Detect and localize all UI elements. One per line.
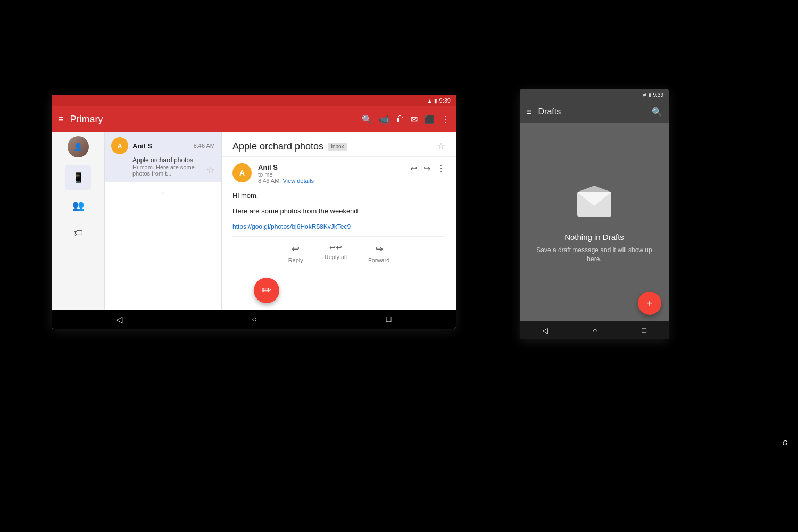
email-star-icon[interactable]: ☆ [206, 164, 215, 176]
email-view-header: Apple orchard photos Inbox ☆ [222, 132, 456, 157]
sidebar-item-labels[interactable]: 🏷 [65, 220, 91, 246]
message-sender-name: Anil S [258, 163, 410, 171]
compose-icon: ✏ [262, 284, 271, 297]
reply-button[interactable]: ↩ Reply [288, 243, 303, 263]
drafts-status-bar: ⇄ ▮ 9:39 [520, 89, 669, 100]
call-icon[interactable]: 📹 [379, 114, 389, 124]
loading-dot: • [105, 182, 221, 204]
reply-all-btn-label: Reply all [325, 254, 347, 260]
email-title-row: Apple orchard photos Inbox [232, 141, 347, 152]
email-list-item[interactable]: A Anil S 8:46 AM Apple orchard photos Hi… [105, 132, 221, 182]
app-bar-primary: ≡ Primary 🔍 📹 🗑 ✉ ⬛ ⋮ [52, 106, 456, 132]
email-message: A Anil S to me 8:46 AM View details ↩ [222, 157, 456, 276]
sidebar: 👤 📱 👥 🏷 [52, 132, 105, 310]
status-time: 9:39 [439, 97, 451, 104]
nav-bar-1: ◁ ○ □ [52, 310, 456, 329]
avatar: 👤 [68, 136, 89, 157]
message-to-label: to me [258, 171, 273, 178]
drafts-title: Drafts [538, 107, 645, 117]
avatar-image: 👤 [68, 136, 89, 157]
message-time-row: 8:46 AM View details [258, 178, 410, 184]
email-star[interactable]: ☆ [437, 140, 445, 152]
drafts-compose-icon: + [646, 297, 653, 310]
email-item-header: A Anil S 8:46 AM [111, 137, 215, 154]
back-button[interactable]: ◁ [116, 314, 122, 325]
more-icon[interactable]: ⋮ [441, 114, 450, 124]
mail-icon[interactable]: ✉ [411, 114, 418, 124]
message-to: to me [258, 171, 410, 178]
reply-all-btn-icon: ↩↩ [329, 243, 342, 252]
menu-icon[interactable]: ≡ [58, 114, 64, 125]
contacts-icon: 👥 [72, 200, 84, 211]
message-body-text: Here are some photos from the weekend: [232, 206, 445, 217]
drafts-empty-subtitle: Save a draft message and it will show up… [520, 246, 669, 264]
message-link[interactable]: https://goo.gl/photos/bj6HokR58KvJkTec9 [232, 223, 351, 230]
status-bar-1: ▲ ▮ 9:39 [52, 95, 456, 106]
message-sender-avatar: A [232, 163, 252, 182]
email-preview-text: Hi mom. Here are some photos from t... [132, 164, 204, 177]
reply-all-button[interactable]: ↩↩ Reply all [325, 243, 347, 263]
drafts-recents-button[interactable]: □ [642, 326, 646, 335]
recents-button[interactable]: □ [386, 314, 392, 324]
drafts-connectivity-icon: ⇄ [643, 92, 647, 97]
drafts-battery-icon: ▮ [649, 92, 651, 97]
message-header: A Anil S to me 8:46 AM View details ↩ [232, 163, 445, 184]
block-icon[interactable]: ⬛ [424, 114, 435, 124]
drafts-menu-icon[interactable]: ≡ [526, 106, 532, 118]
drafts-back-button[interactable]: ◁ [542, 326, 548, 335]
app-bar-title: Primary [70, 114, 355, 125]
message-meta: Anil S to me 8:46 AM View details [258, 163, 410, 184]
email-list: A Anil S 8:46 AM Apple orchard photos Hi… [105, 132, 222, 310]
forward-btn-icon: ↪ [375, 243, 383, 255]
google-watermark: G [783, 439, 787, 447]
tablet-drafts: ⇄ ▮ 9:39 ≡ Drafts 🔍 Nothing in Drafts Sa… [520, 89, 669, 339]
drafts-search-icon[interactable]: 🔍 [652, 107, 662, 117]
home-button[interactable]: ○ [252, 314, 257, 324]
drafts-status-icons: ⇄ ▮ [643, 92, 651, 97]
view-details-link[interactable]: View details [282, 178, 314, 184]
drafts-app-bar: ≡ Drafts 🔍 [520, 100, 669, 123]
forward-button[interactable]: ↪ Forward [368, 243, 389, 263]
drafts-envelope-icon [573, 181, 616, 224]
email-sender-avatar: A [111, 137, 128, 154]
content-area: 👤 📱 👥 🏷 A Anil S 8:46 AM Apple orchard p… [52, 132, 456, 310]
delete-icon[interactable]: 🗑 [396, 114, 404, 124]
drafts-empty-title: Nothing in Drafts [564, 232, 624, 242]
reply-btn-icon: ↩ [292, 243, 300, 255]
drafts-nav-bar: ◁ ○ □ [520, 321, 669, 339]
email-subject: Apple orchard photos [132, 156, 215, 164]
tablet-gmail: ▲ ▮ 9:39 ≡ Primary 🔍 📹 🗑 ✉ ⬛ ⋮ 👤 📱 � [52, 95, 456, 329]
drafts-compose-fab[interactable]: + [638, 292, 661, 315]
labels-icon: 🏷 [73, 228, 83, 239]
compose-fab[interactable]: ✏ [254, 278, 279, 303]
message-actions: ↩ ↪ ⋮ [410, 163, 445, 173]
sidebar-item-inbox[interactable]: 📱 [65, 165, 91, 190]
svg-marker-1 [577, 186, 611, 192]
inbox-badge: Inbox [328, 143, 347, 151]
drafts-status-time: 9:39 [653, 92, 663, 98]
email-time: 8:46 AM [194, 143, 215, 149]
message-greeting: Hi mom, [232, 190, 445, 202]
email-preview: Hi mom. Here are some photos from t... ☆ [132, 164, 215, 177]
email-view-title: Apple orchard photos [232, 141, 323, 152]
reply-actions: ↩ Reply ↩↩ Reply all ↪ Forward [232, 236, 445, 270]
forward-btn-label: Forward [368, 257, 389, 263]
reply-btn-label: Reply [288, 257, 303, 263]
status-icons: ▲ ▮ [427, 98, 437, 104]
drafts-home-button[interactable]: ○ [593, 326, 597, 335]
email-sender-name: Anil S [132, 142, 189, 150]
message-time: 8:46 AM [258, 178, 279, 184]
inbox-icon: 📱 [72, 172, 84, 184]
message-more-icon[interactable]: ⋮ [437, 163, 445, 173]
forward-icon[interactable]: ↪ [423, 163, 430, 173]
reply-icon[interactable]: ↩ [410, 163, 417, 173]
app-bar-actions: 🔍 📹 🗑 ✉ ⬛ ⋮ [362, 114, 450, 124]
sidebar-item-contacts[interactable]: 👥 [65, 193, 91, 218]
wifi-icon: ▲ [427, 98, 433, 104]
message-body: Hi mom, Here are some photos from the we… [232, 190, 445, 232]
search-icon[interactable]: 🔍 [362, 114, 372, 124]
battery-icon: ▮ [434, 98, 437, 104]
